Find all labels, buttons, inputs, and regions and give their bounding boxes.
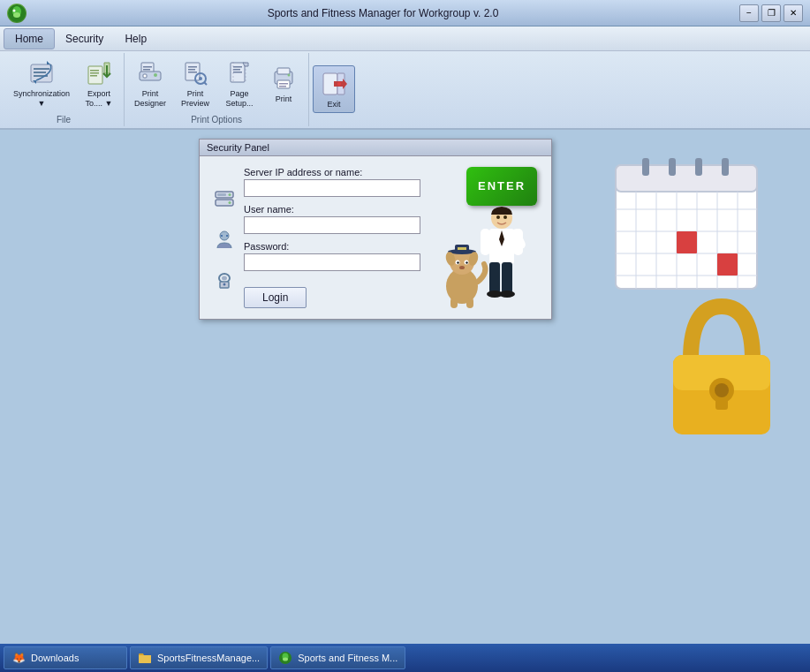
svg-rect-35: [279, 86, 286, 87]
restore-button[interactable]: ❐: [761, 4, 781, 22]
file-buttons: Synchronization▼ ExportTo.... ▼: [7, 55, 120, 113]
svg-line-23: [204, 82, 207, 85]
window-controls: − ❐ ✕: [739, 4, 803, 22]
print-designer-button[interactable]: PrintDesigner: [128, 55, 172, 113]
svg-rect-94: [677, 231, 697, 253]
exit-button[interactable]: Exit: [313, 65, 355, 113]
taskbar-item-downloads[interactable]: 🦊 Downloads: [4, 646, 127, 669]
print-preview-label: PrintPreview: [181, 89, 209, 109]
svg-rect-65: [466, 298, 473, 308]
print-icon: [269, 64, 298, 93]
print-designer-label: PrintDesigner: [134, 89, 166, 109]
exit-buttons: Exit: [313, 55, 355, 125]
svg-point-24: [199, 77, 202, 80]
export-button[interactable]: ExportTo.... ▼: [78, 55, 120, 113]
svg-rect-82: [695, 158, 702, 176]
right-illustration: [580, 147, 792, 448]
svg-point-51: [223, 283, 226, 285]
print-button[interactable]: Print: [262, 60, 305, 108]
enter-button-img: ENTER: [466, 167, 537, 206]
print-buttons: PrintDesigner PrintPreview: [128, 55, 305, 113]
svg-rect-32: [277, 68, 290, 74]
server-input[interactable]: [244, 179, 420, 197]
svg-point-100: [715, 383, 729, 397]
svg-rect-10: [90, 72, 99, 74]
downloads-label: Downloads: [31, 653, 79, 663]
svg-point-17: [154, 73, 157, 77]
svg-rect-19: [188, 66, 197, 68]
close-button[interactable]: ✕: [784, 4, 803, 22]
app-icon: [7, 4, 26, 23]
svg-rect-21: [188, 72, 197, 73]
enter-text: ENTER: [478, 179, 526, 193]
panel-icons: [214, 167, 235, 308]
svg-point-47: [226, 235, 228, 237]
svg-rect-9: [90, 70, 99, 72]
login-button[interactable]: Login: [244, 287, 307, 308]
svg-rect-95: [717, 253, 738, 276]
toolbar-group-print: PrintDesigner PrintPreview: [125, 53, 309, 126]
user-icon: [214, 229, 235, 250]
print-designer-icon: [136, 59, 164, 87]
print-preview-button[interactable]: PrintPreview: [174, 55, 216, 113]
menu-bar: Home Security Help: [0, 26, 810, 51]
menu-item-help[interactable]: Help: [114, 29, 157, 49]
page-setup-button[interactable]: PageSetup...: [218, 55, 261, 113]
panel-illustration: ENTER: [431, 167, 537, 308]
svg-rect-56: [458, 247, 466, 250]
password-form-group: Password:: [244, 241, 422, 271]
svg-point-49: [222, 276, 227, 280]
folder-icon: [138, 651, 152, 665]
username-label: User name:: [244, 204, 422, 215]
app-taskbar-icon: [278, 651, 292, 665]
menu-item-security[interactable]: Security: [55, 29, 114, 49]
svg-point-74: [499, 291, 515, 298]
svg-point-39: [337, 82, 341, 86]
svg-point-46: [221, 235, 223, 237]
toolbar-group-file: Synchronization▼ ExportTo.... ▼ File: [4, 53, 125, 126]
sync-label: Synchronization▼: [13, 89, 70, 109]
sync-icon: [27, 59, 56, 87]
export-icon: [85, 59, 113, 87]
svg-rect-11: [90, 75, 97, 77]
fitnessmanager-folder-label: SportsFitnessManage...: [157, 653, 260, 663]
taskbar: 🦊 Downloads SportsFitnessManage... Sport…: [0, 644, 810, 672]
security-panel-title: Security Panel: [200, 140, 551, 156]
taskbar-item-app[interactable]: Sports and Fitness M...: [270, 646, 405, 669]
svg-rect-26: [233, 66, 242, 68]
svg-point-60: [466, 261, 467, 263]
toolbar-group-exit: Exit: [309, 53, 359, 126]
username-input[interactable]: [244, 216, 420, 234]
svg-point-59: [457, 261, 458, 263]
export-label: ExportTo.... ▼: [86, 89, 113, 109]
menu-item-home[interactable]: Home: [4, 28, 55, 49]
svg-rect-5: [34, 68, 49, 70]
print-group-label: Print Options: [128, 115, 305, 125]
svg-rect-44: [217, 193, 226, 196]
svg-rect-64: [450, 298, 458, 308]
window-title: Sports and Fitness Manager for Workgroup…: [26, 7, 739, 19]
svg-rect-80: [642, 158, 649, 176]
svg-rect-69: [481, 229, 490, 255]
svg-point-76: [496, 215, 500, 219]
svg-rect-6: [34, 72, 46, 73]
security-panel: Security Panel: [199, 139, 552, 320]
svg-rect-14: [143, 69, 150, 71]
svg-rect-72: [502, 262, 512, 293]
password-input[interactable]: [244, 253, 420, 271]
svg-point-61: [459, 266, 465, 269]
minimize-button[interactable]: −: [739, 4, 759, 22]
panel-body: Server IP address or name: User name: Pa…: [200, 156, 551, 319]
server-icon: [214, 188, 235, 209]
exit-label: Exit: [328, 100, 341, 109]
password-icon: [214, 269, 235, 291]
svg-point-77: [503, 215, 507, 219]
print-preview-icon: [181, 59, 209, 87]
app-taskbar-label: Sports and Fitness M...: [298, 653, 397, 663]
panel-form: Server IP address or name: User name: Pa…: [244, 167, 422, 308]
svg-rect-16: [143, 74, 147, 78]
svg-point-36: [288, 73, 291, 76]
server-form-group: Server IP address or name:: [244, 167, 422, 197]
taskbar-item-fitnessmanager-folder[interactable]: SportsFitnessManage...: [130, 646, 268, 669]
sync-button[interactable]: Synchronization▼: [7, 55, 76, 113]
